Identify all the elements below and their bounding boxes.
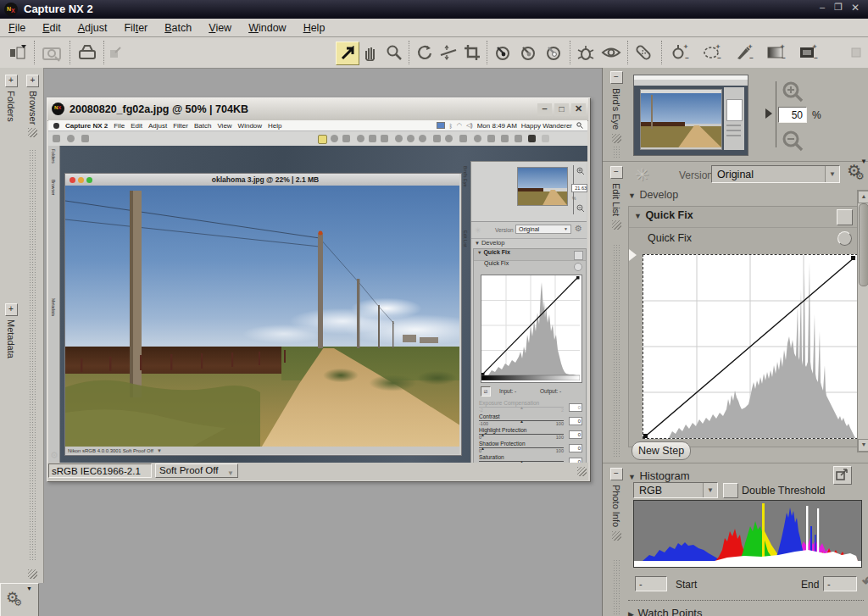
expand-metadata-icon[interactable]: + <box>5 303 18 316</box>
doc-close-button[interactable]: ✕ <box>571 103 586 116</box>
quick-fix-radio[interactable] <box>837 231 852 246</box>
start-field[interactable]: - <box>635 576 667 591</box>
doc-resize-grip[interactable] <box>577 467 587 476</box>
quick-fix-section-header[interactable]: ▼ Quick Fix <box>629 207 858 228</box>
close-button[interactable]: ✕ <box>849 2 862 15</box>
browser-drag-texture[interactable] <box>29 149 36 561</box>
channel-dropdown[interactable]: RGB ▼ <box>633 482 718 498</box>
red-eye-control-point-icon[interactable] <box>600 42 622 64</box>
menu-help[interactable]: Help <box>303 22 326 34</box>
watch-points-header[interactable]: ▶ Watch Points <box>628 605 859 616</box>
print-icon[interactable] <box>76 42 98 64</box>
zoom-in-button[interactable] <box>782 81 804 103</box>
selection-control-point-icon[interactable]: ＋− <box>668 42 690 64</box>
menu-batch[interactable]: Batch <box>164 22 192 34</box>
collapse-birds-eye-icon[interactable]: − <box>610 71 623 84</box>
birds-eye-tab[interactable]: − Bird's Eye <box>604 71 628 143</box>
menu-filter[interactable]: Filter <box>124 22 147 34</box>
quick-fix-header-label: Quick Fix <box>645 209 693 221</box>
mac-sparkle-icon: ✳ <box>475 226 481 235</box>
mac-slider-highlight: Highlight Protection ▲ 0100 0 <box>479 427 570 440</box>
left-settings-dropdown-icon[interactable]: ▼ <box>26 585 32 591</box>
menu-file[interactable]: File <box>8 22 25 34</box>
doc-minimize-button[interactable]: ‒ <box>537 103 552 116</box>
panel-toggle-icon[interactable] <box>7 42 29 64</box>
document-title: 20080820_fg02a.jpg @ 50% | 704KB <box>70 103 248 115</box>
restore-button[interactable]: ❐ <box>832 2 845 15</box>
mac-zoom-unit: % <box>572 196 576 201</box>
crop-tool-icon[interactable] <box>461 42 483 64</box>
scroll-down-icon[interactable]: ▼ <box>858 439 868 452</box>
quick-fix-enable-checkbox[interactable] <box>837 209 853 225</box>
scrollbar-thumb[interactable] <box>859 203 868 286</box>
zoom-percent-input[interactable]: 50 <box>778 107 807 123</box>
threshold-reset-icon[interactable]: ↶ <box>862 572 868 591</box>
auto-retouch-brush-icon[interactable] <box>575 42 597 64</box>
zoom-tool-icon[interactable] <box>383 42 405 64</box>
version-dropdown[interactable]: Original ▼ <box>711 165 840 183</box>
hand-tool-icon[interactable] <box>359 42 381 64</box>
menu-edit[interactable]: Edit <box>42 22 61 34</box>
new-step-button[interactable]: New Step <box>632 441 691 460</box>
mac-photo-status-text: Nikon sRGB 4.0.0.3001 Soft Proof Off <box>68 448 153 453</box>
tone-curve-editor[interactable] <box>643 254 858 439</box>
scroll-up-icon[interactable]: ▲ <box>858 191 868 203</box>
mac-version-label: Version <box>495 227 514 233</box>
expand-browser-icon[interactable]: + <box>26 75 39 87</box>
lasso-marquee-icon[interactable]: ＋− <box>700 42 722 64</box>
photo-detail-overlay <box>65 186 459 447</box>
left-settings-gear-icon[interactable]: ⚙⚙ <box>6 589 27 607</box>
neutral-control-point-icon[interactable] <box>517 42 539 64</box>
document-window-titlebar[interactable]: NX 20080820_fg02a.jpg @ 50% | 704KB ‒ □ … <box>47 98 588 121</box>
edit-list-grip[interactable] <box>612 220 621 230</box>
collapse-edit-list-icon[interactable]: − <box>610 166 623 179</box>
selection-fill-icon[interactable]: ＋− <box>797 42 819 64</box>
black-control-point-icon[interactable] <box>492 42 514 64</box>
soft-proof-dropdown[interactable]: Soft Proof Off ▼ <box>155 463 238 478</box>
export-icon[interactable] <box>107 42 124 64</box>
toolbar-extra-icon[interactable] <box>848 42 865 64</box>
zoom-out-button[interactable] <box>782 130 804 153</box>
direct-select-tool-icon[interactable] <box>336 42 359 65</box>
browser-resize-grip[interactable] <box>28 128 37 137</box>
birds-eye-thumbnail[interactable] <box>633 75 748 156</box>
mac-input-label: Input: - <box>499 388 516 394</box>
expand-folders-icon[interactable]: + <box>5 75 18 87</box>
rotate-tool-icon[interactable] <box>414 42 436 64</box>
selection-brush-icon[interactable]: ＋− <box>732 42 754 64</box>
edit-list-tab[interactable]: − Edit List <box>604 166 628 230</box>
menu-view[interactable]: View <box>209 22 231 34</box>
birds-eye-grip[interactable] <box>612 134 621 143</box>
minimize-button[interactable]: ‒ <box>815 2 829 15</box>
left-settings-panel: ⚙⚙ ▼ <box>0 583 39 616</box>
mac-slider-shadow: Shadow Protection ▲ 0100 0 <box>479 441 570 453</box>
mac-birdseye-thumbnail <box>517 167 568 206</box>
quick-fix-row[interactable]: Quick Fix <box>629 228 858 248</box>
white-control-point-icon[interactable] <box>542 42 565 64</box>
edit-list-settings-dropdown-icon[interactable]: ▼ <box>860 158 867 165</box>
sidebar-tab-folders[interactable]: + Folders <box>0 71 22 122</box>
end-field[interactable]: - <box>823 576 857 591</box>
image-canvas[interactable]: Capture NX 2 File Edit Adjust Filter Bat… <box>48 120 587 463</box>
mac-tone-curve <box>481 275 582 383</box>
selection-gradient-icon[interactable]: ＋− <box>765 42 787 64</box>
menu-adjust[interactable]: Adjust <box>78 22 108 34</box>
develop-section-header[interactable]: ▼ Develop <box>628 186 859 205</box>
mac-develop-header: Develop <box>481 239 505 247</box>
edit-list-scrollbar[interactable]: ▲ ▼ <box>857 190 868 452</box>
retouch-brush-icon[interactable] <box>632 42 654 64</box>
photo-info-grip[interactable] <box>612 531 621 541</box>
collapse-photo-info-icon[interactable]: − <box>610 468 623 480</box>
photo-info-tab[interactable]: − Photo Info <box>604 468 628 541</box>
camera-icon[interactable] <box>41 42 63 64</box>
double-threshold-checkbox[interactable] <box>723 483 738 498</box>
menu-window[interactable]: Window <box>248 22 286 34</box>
sidebar-tab-browser[interactable]: + Browser <box>23 71 42 137</box>
doc-maximize-button[interactable]: □ <box>554 103 569 116</box>
mac-version-value: Original <box>519 226 539 232</box>
straighten-tool-icon[interactable] <box>437 42 459 64</box>
browser-bottom-grip[interactable] <box>28 569 37 579</box>
histogram-settings-icon[interactable] <box>833 466 852 485</box>
sidebar-tab-metadata[interactable]: + Metadata <box>0 300 22 358</box>
birds-eye-pointer-icon <box>765 108 772 119</box>
